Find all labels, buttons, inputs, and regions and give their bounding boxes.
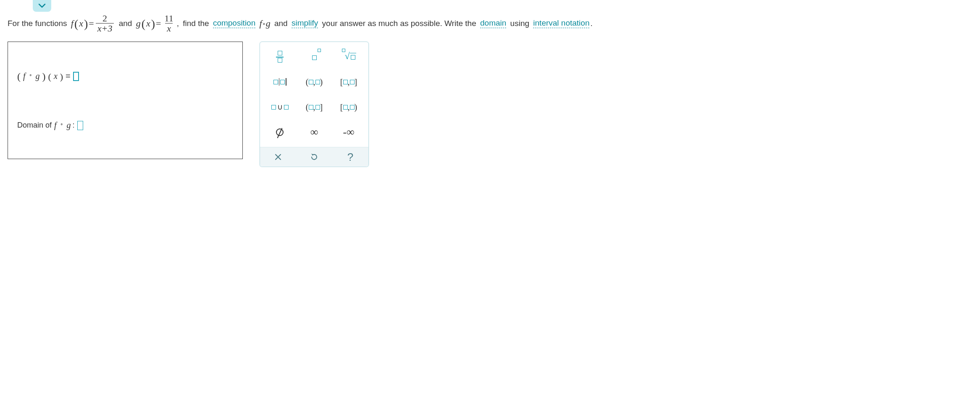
rparen: ) bbox=[84, 17, 88, 31]
domain-f: f bbox=[54, 120, 57, 130]
fog-inline: f∘g bbox=[260, 18, 271, 29]
f-denominator: x+3 bbox=[97, 23, 113, 34]
palette-open-interval-button[interactable]: (,) bbox=[299, 71, 330, 92]
equals2: = bbox=[156, 18, 161, 29]
lparen: ( bbox=[74, 17, 78, 31]
equals: = bbox=[89, 18, 94, 29]
fog-lparen: ( bbox=[17, 71, 21, 82]
expand-chevron-badge[interactable] bbox=[33, 0, 51, 12]
g-denominator: x bbox=[167, 23, 171, 34]
fog-x-lparen: ( bbox=[48, 71, 51, 82]
palette-clear-button[interactable] bbox=[260, 147, 296, 167]
palette-union-button[interactable]: ∪ bbox=[264, 97, 295, 118]
domain-colon: : bbox=[73, 121, 75, 130]
domain-dot: ∘ bbox=[60, 121, 63, 128]
problem-statement: For the functions f ( x ) = 2 x+3 and g … bbox=[8, 13, 972, 33]
math-palette: √ (,) [,] bbox=[260, 42, 369, 167]
fog-f: f bbox=[23, 71, 26, 81]
close-icon bbox=[274, 153, 282, 161]
fog-rparen: ) bbox=[42, 71, 46, 82]
palette-help-button[interactable]: ? bbox=[332, 147, 368, 167]
fog-answer-input[interactable] bbox=[73, 72, 79, 81]
palette-exponent-button[interactable] bbox=[299, 46, 330, 67]
domain-label: Domain of bbox=[17, 121, 52, 130]
g-fraction: 11 x bbox=[163, 13, 175, 33]
fog-dot: ∘ bbox=[29, 72, 32, 79]
neg-infinity-icon: -∞ bbox=[343, 126, 354, 139]
palette-root-button[interactable]: √ bbox=[333, 46, 364, 67]
palette-closed-interval-button[interactable]: [,] bbox=[333, 71, 364, 92]
text-tail1: your answer as much as possible. Write t… bbox=[322, 19, 476, 28]
fog-x: x bbox=[54, 71, 58, 81]
text-and: and bbox=[119, 19, 132, 28]
f-fraction: 2 x+3 bbox=[96, 13, 114, 33]
palette-neg-infinity-button[interactable]: -∞ bbox=[333, 122, 364, 143]
root-icon: √ bbox=[341, 51, 356, 62]
comma: , bbox=[177, 19, 179, 28]
palette-infinity-button[interactable]: ∞ bbox=[299, 122, 330, 143]
f-numerator: 2 bbox=[101, 13, 109, 23]
absolute-value-icon bbox=[273, 78, 286, 86]
domain-g: g bbox=[67, 120, 71, 130]
infinity-icon: ∞ bbox=[310, 126, 318, 139]
f-label: f bbox=[71, 18, 74, 29]
text-tail2: using bbox=[510, 19, 529, 28]
g-label: g bbox=[136, 18, 141, 29]
link-domain[interactable]: domain bbox=[480, 18, 506, 28]
fraction-icon bbox=[276, 51, 284, 63]
fog-equation-line: ( f ∘ g ) ( x ) = bbox=[17, 71, 233, 82]
exponent-icon bbox=[312, 52, 317, 62]
union-icon: ∪ bbox=[271, 102, 289, 112]
rparen2: ) bbox=[151, 17, 155, 31]
palette-empty-set-button[interactable] bbox=[264, 122, 295, 143]
text-and2: and bbox=[274, 19, 288, 28]
palette-half-open-right-button[interactable]: (,] bbox=[299, 97, 330, 118]
lparen2: ( bbox=[142, 17, 145, 31]
link-simplify[interactable]: simplify bbox=[292, 18, 318, 28]
palette-reset-button[interactable] bbox=[296, 147, 332, 167]
text-find: find the bbox=[183, 19, 209, 28]
fog-x-rparen: ) bbox=[60, 71, 63, 82]
x-var: x bbox=[79, 18, 83, 29]
undo-icon bbox=[310, 153, 318, 161]
palette-half-open-left-button[interactable]: [,) bbox=[333, 97, 364, 118]
domain-answer-input[interactable] bbox=[77, 121, 83, 130]
link-composition[interactable]: composition bbox=[213, 18, 255, 28]
palette-fraction-button[interactable] bbox=[264, 46, 295, 67]
chevron-down-icon bbox=[38, 3, 46, 8]
link-interval-notation[interactable]: interval notation bbox=[533, 18, 589, 28]
fog-eq: = bbox=[66, 71, 71, 81]
fog-g: g bbox=[36, 71, 40, 81]
g-numerator: 11 bbox=[163, 13, 175, 23]
palette-absolute-value-button[interactable] bbox=[264, 71, 295, 92]
x-var2: x bbox=[146, 18, 150, 29]
domain-line: Domain of f ∘ g : bbox=[17, 120, 233, 130]
answer-box: ( f ∘ g ) ( x ) = Domain of f ∘ g : bbox=[8, 42, 243, 159]
empty-set-icon bbox=[276, 128, 284, 136]
period: . bbox=[590, 19, 592, 28]
text-lead: For the functions bbox=[8, 19, 67, 28]
help-icon: ? bbox=[347, 151, 353, 164]
